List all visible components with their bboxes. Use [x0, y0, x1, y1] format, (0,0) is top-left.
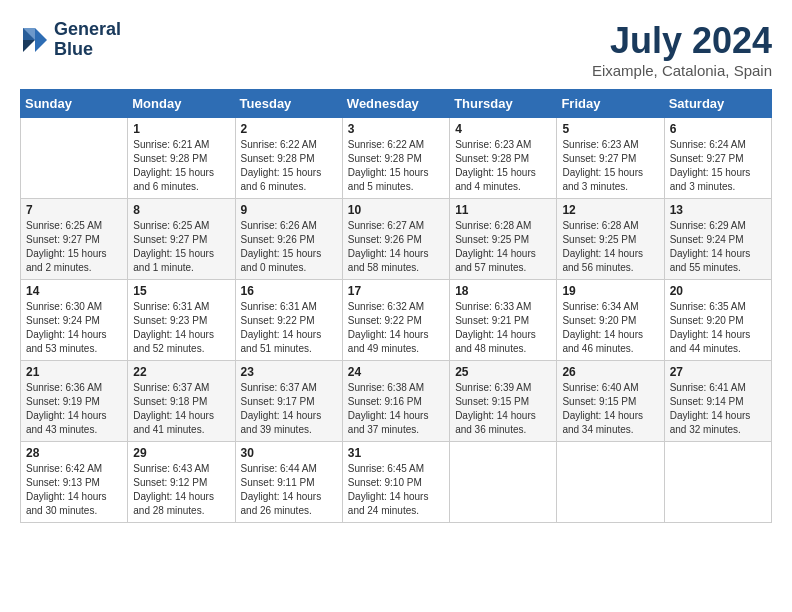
calendar-table: SundayMondayTuesdayWednesdayThursdayFrid… — [20, 89, 772, 523]
day-number: 2 — [241, 122, 337, 136]
cell-content: Sunrise: 6:29 AM Sunset: 9:24 PM Dayligh… — [670, 219, 766, 275]
logo: General Blue — [20, 20, 121, 60]
weekday-header-sunday: Sunday — [21, 90, 128, 118]
calendar-cell: 20Sunrise: 6:35 AM Sunset: 9:20 PM Dayli… — [664, 280, 771, 361]
day-number: 18 — [455, 284, 551, 298]
day-number: 13 — [670, 203, 766, 217]
logo-text: General Blue — [54, 20, 121, 60]
cell-content: Sunrise: 6:35 AM Sunset: 9:20 PM Dayligh… — [670, 300, 766, 356]
calendar-cell: 24Sunrise: 6:38 AM Sunset: 9:16 PM Dayli… — [342, 361, 449, 442]
month-title: July 2024 — [592, 20, 772, 62]
calendar-cell: 5Sunrise: 6:23 AM Sunset: 9:27 PM Daylig… — [557, 118, 664, 199]
cell-content: Sunrise: 6:42 AM Sunset: 9:13 PM Dayligh… — [26, 462, 122, 518]
day-number: 19 — [562, 284, 658, 298]
cell-content: Sunrise: 6:26 AM Sunset: 9:26 PM Dayligh… — [241, 219, 337, 275]
day-number: 4 — [455, 122, 551, 136]
calendar-cell: 6Sunrise: 6:24 AM Sunset: 9:27 PM Daylig… — [664, 118, 771, 199]
day-number: 31 — [348, 446, 444, 460]
day-number: 27 — [670, 365, 766, 379]
calendar-cell: 27Sunrise: 6:41 AM Sunset: 9:14 PM Dayli… — [664, 361, 771, 442]
weekday-header-friday: Friday — [557, 90, 664, 118]
week-row-4: 21Sunrise: 6:36 AM Sunset: 9:19 PM Dayli… — [21, 361, 772, 442]
cell-content: Sunrise: 6:33 AM Sunset: 9:21 PM Dayligh… — [455, 300, 551, 356]
day-number: 8 — [133, 203, 229, 217]
day-number: 22 — [133, 365, 229, 379]
calendar-cell: 1Sunrise: 6:21 AM Sunset: 9:28 PM Daylig… — [128, 118, 235, 199]
day-number: 29 — [133, 446, 229, 460]
day-number: 9 — [241, 203, 337, 217]
cell-content: Sunrise: 6:22 AM Sunset: 9:28 PM Dayligh… — [348, 138, 444, 194]
day-number: 12 — [562, 203, 658, 217]
calendar-cell — [557, 442, 664, 523]
week-row-5: 28Sunrise: 6:42 AM Sunset: 9:13 PM Dayli… — [21, 442, 772, 523]
cell-content: Sunrise: 6:34 AM Sunset: 9:20 PM Dayligh… — [562, 300, 658, 356]
calendar-cell: 2Sunrise: 6:22 AM Sunset: 9:28 PM Daylig… — [235, 118, 342, 199]
day-number: 21 — [26, 365, 122, 379]
weekday-header-saturday: Saturday — [664, 90, 771, 118]
cell-content: Sunrise: 6:39 AM Sunset: 9:15 PM Dayligh… — [455, 381, 551, 437]
calendar-cell: 28Sunrise: 6:42 AM Sunset: 9:13 PM Dayli… — [21, 442, 128, 523]
page-header: General Blue July 2024 Eixample, Catalon… — [20, 20, 772, 79]
cell-content: Sunrise: 6:21 AM Sunset: 9:28 PM Dayligh… — [133, 138, 229, 194]
cell-content: Sunrise: 6:25 AM Sunset: 9:27 PM Dayligh… — [26, 219, 122, 275]
day-number: 24 — [348, 365, 444, 379]
calendar-cell: 19Sunrise: 6:34 AM Sunset: 9:20 PM Dayli… — [557, 280, 664, 361]
day-number: 3 — [348, 122, 444, 136]
cell-content: Sunrise: 6:36 AM Sunset: 9:19 PM Dayligh… — [26, 381, 122, 437]
calendar-cell: 31Sunrise: 6:45 AM Sunset: 9:10 PM Dayli… — [342, 442, 449, 523]
day-number: 1 — [133, 122, 229, 136]
calendar-cell: 25Sunrise: 6:39 AM Sunset: 9:15 PM Dayli… — [450, 361, 557, 442]
week-row-3: 14Sunrise: 6:30 AM Sunset: 9:24 PM Dayli… — [21, 280, 772, 361]
cell-content: Sunrise: 6:41 AM Sunset: 9:14 PM Dayligh… — [670, 381, 766, 437]
calendar-cell: 8Sunrise: 6:25 AM Sunset: 9:27 PM Daylig… — [128, 199, 235, 280]
calendar-cell: 26Sunrise: 6:40 AM Sunset: 9:15 PM Dayli… — [557, 361, 664, 442]
weekday-header-monday: Monday — [128, 90, 235, 118]
cell-content: Sunrise: 6:43 AM Sunset: 9:12 PM Dayligh… — [133, 462, 229, 518]
calendar-cell: 23Sunrise: 6:37 AM Sunset: 9:17 PM Dayli… — [235, 361, 342, 442]
calendar-cell: 7Sunrise: 6:25 AM Sunset: 9:27 PM Daylig… — [21, 199, 128, 280]
day-number: 15 — [133, 284, 229, 298]
cell-content: Sunrise: 6:32 AM Sunset: 9:22 PM Dayligh… — [348, 300, 444, 356]
calendar-cell — [664, 442, 771, 523]
cell-content: Sunrise: 6:31 AM Sunset: 9:23 PM Dayligh… — [133, 300, 229, 356]
calendar-cell: 21Sunrise: 6:36 AM Sunset: 9:19 PM Dayli… — [21, 361, 128, 442]
calendar-cell: 16Sunrise: 6:31 AM Sunset: 9:22 PM Dayli… — [235, 280, 342, 361]
day-number: 10 — [348, 203, 444, 217]
calendar-cell: 17Sunrise: 6:32 AM Sunset: 9:22 PM Dayli… — [342, 280, 449, 361]
cell-content: Sunrise: 6:45 AM Sunset: 9:10 PM Dayligh… — [348, 462, 444, 518]
svg-marker-0 — [35, 28, 47, 52]
cell-content: Sunrise: 6:23 AM Sunset: 9:27 PM Dayligh… — [562, 138, 658, 194]
day-number: 17 — [348, 284, 444, 298]
calendar-cell: 10Sunrise: 6:27 AM Sunset: 9:26 PM Dayli… — [342, 199, 449, 280]
cell-content: Sunrise: 6:28 AM Sunset: 9:25 PM Dayligh… — [455, 219, 551, 275]
cell-content: Sunrise: 6:22 AM Sunset: 9:28 PM Dayligh… — [241, 138, 337, 194]
day-number: 30 — [241, 446, 337, 460]
cell-content: Sunrise: 6:23 AM Sunset: 9:28 PM Dayligh… — [455, 138, 551, 194]
day-number: 20 — [670, 284, 766, 298]
day-number: 11 — [455, 203, 551, 217]
cell-content: Sunrise: 6:44 AM Sunset: 9:11 PM Dayligh… — [241, 462, 337, 518]
calendar-cell: 14Sunrise: 6:30 AM Sunset: 9:24 PM Dayli… — [21, 280, 128, 361]
cell-content: Sunrise: 6:37 AM Sunset: 9:17 PM Dayligh… — [241, 381, 337, 437]
calendar-cell: 30Sunrise: 6:44 AM Sunset: 9:11 PM Dayli… — [235, 442, 342, 523]
day-number: 6 — [670, 122, 766, 136]
header-row: SundayMondayTuesdayWednesdayThursdayFrid… — [21, 90, 772, 118]
day-number: 5 — [562, 122, 658, 136]
calendar-cell: 4Sunrise: 6:23 AM Sunset: 9:28 PM Daylig… — [450, 118, 557, 199]
cell-content: Sunrise: 6:27 AM Sunset: 9:26 PM Dayligh… — [348, 219, 444, 275]
weekday-header-wednesday: Wednesday — [342, 90, 449, 118]
calendar-cell — [21, 118, 128, 199]
cell-content: Sunrise: 6:24 AM Sunset: 9:27 PM Dayligh… — [670, 138, 766, 194]
calendar-cell: 22Sunrise: 6:37 AM Sunset: 9:18 PM Dayli… — [128, 361, 235, 442]
logo-icon — [20, 25, 50, 55]
day-number: 26 — [562, 365, 658, 379]
calendar-cell: 29Sunrise: 6:43 AM Sunset: 9:12 PM Dayli… — [128, 442, 235, 523]
weekday-header-thursday: Thursday — [450, 90, 557, 118]
calendar-cell: 18Sunrise: 6:33 AM Sunset: 9:21 PM Dayli… — [450, 280, 557, 361]
svg-rect-2 — [23, 28, 35, 40]
week-row-1: 1Sunrise: 6:21 AM Sunset: 9:28 PM Daylig… — [21, 118, 772, 199]
cell-content: Sunrise: 6:28 AM Sunset: 9:25 PM Dayligh… — [562, 219, 658, 275]
calendar-cell: 13Sunrise: 6:29 AM Sunset: 9:24 PM Dayli… — [664, 199, 771, 280]
cell-content: Sunrise: 6:30 AM Sunset: 9:24 PM Dayligh… — [26, 300, 122, 356]
day-number: 28 — [26, 446, 122, 460]
